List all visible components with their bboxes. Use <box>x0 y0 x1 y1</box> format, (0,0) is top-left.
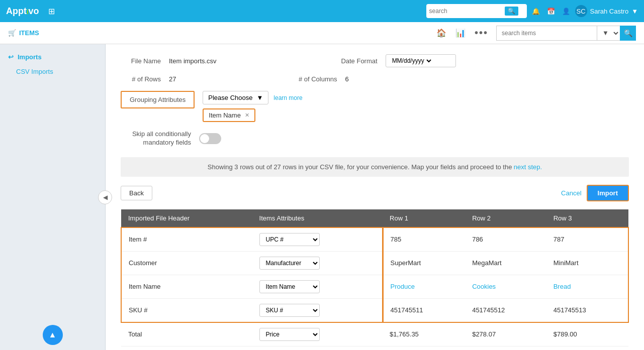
cell-row-value: $1,765.35 <box>383 322 465 346</box>
col-header-attributes: Items Attributes <box>252 209 383 227</box>
logo-text: Apptivo <box>6 6 39 17</box>
arrow-icon: ↩ <box>8 53 14 61</box>
top-navigation: Apptivo ⊞ 🔍 🔔 📅 👤 SC Sarah Castro ▼ <box>0 0 644 22</box>
cell-file-header: SKU # <box>121 298 252 322</box>
col-header-row2: Row 2 <box>465 209 546 227</box>
chart-button[interactable]: 📊 <box>453 26 468 40</box>
info-text: Showing 3 rows out of 27 rows in your CS… <box>208 163 512 171</box>
next-step-link[interactable]: next step. <box>514 163 542 171</box>
please-choose-text: Please Choose <box>208 94 252 101</box>
user-menu[interactable]: SC Sarah Castro ▼ <box>575 5 638 17</box>
sidebar-toggle[interactable]: ◀ <box>98 190 112 204</box>
cancel-link[interactable]: Cancel <box>561 189 581 197</box>
module-title: 🛒 ITEMS <box>8 29 39 37</box>
search-items-dropdown[interactable]: ▼ <box>597 26 620 41</box>
cell-link[interactable]: Produce <box>391 283 415 290</box>
csv-imports-label: CSV Imports <box>16 68 53 75</box>
table-wrapper: Imported File Header Items Attributes Ro… <box>121 209 629 346</box>
cell-row-value: Bread <box>546 275 628 298</box>
tag-close-icon[interactable]: ✕ <box>245 112 249 119</box>
cell-row-value: MegaMart <box>465 251 546 275</box>
file-name-col: File Name Item imports.csv <box>121 54 217 67</box>
global-search-input[interactable] <box>429 8 505 15</box>
cell-row-value: Produce <box>383 275 465 298</box>
global-search-bar: 🔍 <box>426 4 527 18</box>
grouping-attributes-row: Grouping Attributes Please Choose ▼ lear… <box>121 91 629 122</box>
back-button[interactable]: Back <box>121 186 152 200</box>
columns-label: # of Columns <box>297 75 337 83</box>
attribute-dropdown[interactable]: UPC #ManufacturerItem NameSKU #Price <box>259 328 320 341</box>
date-format-label: Date Format <box>337 57 378 65</box>
home-button[interactable]: 🏠 <box>434 26 448 40</box>
grouping-top-row: Please Choose ▼ learn more <box>203 91 302 104</box>
attribute-dropdown[interactable]: UPC #ManufacturerItem NameSKU #Price <box>259 257 320 270</box>
table-row: TotalUPC #ManufacturerItem NameSKU #Pric… <box>121 322 628 346</box>
please-choose-dropdown[interactable]: Please Choose ▼ <box>203 91 268 104</box>
table-row: SKU #UPC #ManufacturerItem NameSKU #Pric… <box>121 298 628 322</box>
logo-leaf: i <box>27 8 29 16</box>
table-header: Imported File Header Items Attributes Ro… <box>121 209 628 227</box>
attribute-dropdown[interactable]: UPC #ManufacturerItem NameSKU #Price <box>259 280 320 293</box>
bell-icon[interactable]: 🔔 <box>532 8 540 15</box>
table-body: Item #UPC #ManufacturerItem NameSKU #Pri… <box>121 227 628 346</box>
columns-value: 6 <box>345 75 348 83</box>
cell-file-header: Customer <box>121 251 252 275</box>
rows-col: # of Rows 27 <box>121 75 176 83</box>
action-bar: Back Cancel Import <box>121 185 629 201</box>
cell-attribute-select: UPC #ManufacturerItem NameSKU #Price <box>252 227 383 252</box>
cell-attribute-select: UPC #ManufacturerItem NameSKU #Price <box>252 251 383 275</box>
subnav-icons: 🏠 📊 ••• <box>434 25 490 41</box>
search-items-area: ▼ 🔍 <box>496 26 636 41</box>
date-format-dropdown[interactable]: MM/dd/yyyy <box>386 54 456 67</box>
cell-row-value: 451745512 <box>465 298 546 322</box>
rows-label: # of Rows <box>121 75 161 83</box>
cell-row-value: SuperMart <box>383 251 465 275</box>
search-items-button[interactable]: 🔍 <box>620 26 636 41</box>
cell-file-header: Total <box>121 322 252 346</box>
import-button[interactable]: Import <box>587 185 629 201</box>
scroll-up-button[interactable]: ▲ <box>43 325 63 345</box>
cell-attribute-select: UPC #ManufacturerItem NameSKU #Price <box>252 322 383 346</box>
sidebar-item-csv-imports[interactable]: CSV Imports <box>0 65 105 78</box>
cell-row-value: $278.07 <box>465 322 546 346</box>
user-dropdown-icon: ▼ <box>631 8 638 15</box>
info-bar: Showing 3 rows out of 27 rows in your CS… <box>121 157 629 177</box>
file-info-row: File Name Item imports.csv Date Format M… <box>121 54 629 67</box>
item-name-tag-row: Item Name ✕ <box>203 108 302 122</box>
learn-more-link[interactable]: learn more <box>273 94 302 101</box>
attribute-dropdown[interactable]: UPC #ManufacturerItem NameSKU #Price <box>259 233 320 246</box>
col-header-row1: Row 1 <box>383 209 465 227</box>
skip-toggle[interactable] <box>199 133 221 144</box>
date-format-select[interactable]: MM/dd/yyyy <box>390 57 433 65</box>
nav-icons: 🔔 📅 👤 <box>532 8 570 15</box>
col-header-row3: Row 3 <box>546 209 628 227</box>
grouping-attributes-label: Grouping Attributes <box>121 91 195 108</box>
sidebar: ↩ Imports CSV Imports ◀ ▲ <box>0 44 106 350</box>
calendar-icon[interactable]: 📅 <box>547 8 555 15</box>
attribute-dropdown[interactable]: UPC #ManufacturerItem NameSKU #Price <box>259 304 320 317</box>
table-row: CustomerUPC #ManufacturerItem NameSKU #P… <box>121 251 628 275</box>
global-search-button[interactable]: 🔍 <box>505 7 518 16</box>
item-name-tag-text: Item Name <box>209 111 241 119</box>
user-initials: SC <box>577 8 586 15</box>
cell-link[interactable]: Cookies <box>472 283 496 290</box>
cell-link[interactable]: Bread <box>554 283 571 290</box>
sidebar-item-imports[interactable]: ↩ Imports <box>0 49 105 65</box>
more-button[interactable]: ••• <box>473 25 490 41</box>
item-name-tag: Item Name ✕ <box>203 108 255 122</box>
rows-value: 27 <box>169 75 176 83</box>
rows-columns-row: # of Rows 27 # of Columns 6 <box>121 75 629 83</box>
cell-row-value: Cookies <box>465 275 546 298</box>
table-row: Item NameUPC #ManufacturerItem NameSKU #… <box>121 275 628 298</box>
user-name: Sarah Castro <box>590 8 629 15</box>
search-items-input[interactable] <box>496 26 597 41</box>
sidebar-imports-label: Imports <box>18 53 42 61</box>
columns-col: # of Columns 6 <box>297 75 348 83</box>
cell-row-value: 451745511 <box>383 298 465 322</box>
import-table: Imported File Header Items Attributes Ro… <box>121 209 629 346</box>
cell-attribute-select: UPC #ManufacturerItem NameSKU #Price <box>252 275 383 298</box>
date-format-col: Date Format MM/dd/yyyy <box>337 54 456 67</box>
grouping-controls: Please Choose ▼ learn more Item Name ✕ <box>203 91 302 122</box>
grid-icon[interactable]: ⊞ <box>48 7 55 16</box>
person-icon[interactable]: 👤 <box>562 8 570 15</box>
